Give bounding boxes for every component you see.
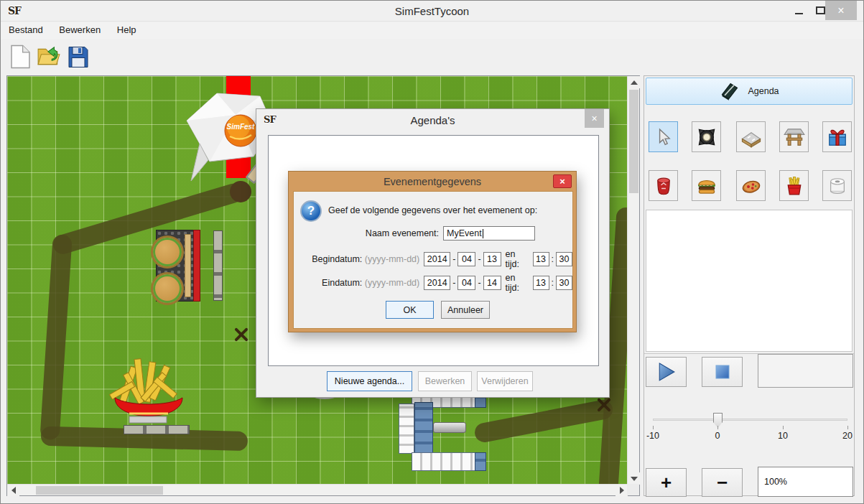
speed-slider-track[interactable] [653, 419, 847, 421]
gate-icon [784, 126, 805, 148]
map-vertical-scrollbar[interactable] [627, 76, 639, 485]
time-separator: : [552, 278, 554, 288]
stage-structure [389, 392, 490, 478]
end-year-input[interactable] [424, 276, 450, 290]
menu-bewerken[interactable]: Bewerken [53, 22, 106, 37]
minimize-button[interactable] [788, 1, 809, 20]
tool-path[interactable] [736, 121, 766, 152]
new-file-button[interactable] [6, 42, 34, 72]
delete-agenda-button[interactable]: Verwijderen [477, 371, 533, 391]
tool-toilet-paper[interactable] [822, 170, 852, 201]
end-day-input[interactable] [483, 276, 501, 290]
plus-icon: + [661, 472, 672, 494]
tool-spotlight[interactable] [692, 121, 721, 152]
date-format-hint: (yyyy-mm-dd) [365, 278, 419, 288]
end-hour-input[interactable] [533, 276, 549, 290]
close-icon: × [559, 176, 565, 187]
zoom-out-button[interactable]: − [702, 468, 743, 497]
stop-button[interactable] [702, 357, 743, 387]
agendas-dialog-close-button[interactable]: × [585, 109, 604, 128]
scroll-right-button[interactable] [616, 485, 628, 496]
agenda-list[interactable] [646, 210, 853, 352]
save-icon [68, 45, 89, 69]
scrollbar-corner [627, 484, 639, 495]
arrow-down-icon [631, 477, 638, 485]
bench [213, 230, 223, 301]
end-time-label: en tijd: [506, 273, 529, 293]
tent-logo-text: SimFest [227, 123, 256, 131]
slider-tick [783, 426, 784, 429]
agenda-book-icon [719, 81, 740, 101]
zoom-level-field[interactable]: 100% [758, 467, 853, 497]
event-name-label: Naam evenement: [294, 228, 439, 238]
agendas-dialog-title: Agenda's [256, 114, 609, 126]
start-month-input[interactable] [457, 252, 475, 266]
zoom-in-button[interactable]: + [646, 468, 687, 497]
agenda-button[interactable]: Agenda [646, 78, 853, 105]
tool-trash[interactable] [649, 170, 678, 201]
scroll-up-button[interactable] [628, 76, 640, 88]
bench [124, 425, 190, 434]
burger [151, 272, 184, 305]
start-minute-input[interactable] [556, 252, 572, 266]
scroll-left-button[interactable] [7, 485, 19, 496]
end-date-label: Eindatum: [322, 278, 362, 288]
text-caret [483, 229, 483, 238]
menu-bestand[interactable]: Bestand [3, 22, 49, 37]
tool-burger[interactable] [692, 170, 721, 201]
start-hour-input[interactable] [533, 252, 549, 266]
play-button[interactable] [646, 357, 687, 387]
tool-select[interactable] [649, 121, 678, 152]
slider-label-10: 10 [768, 431, 797, 441]
edit-agenda-button[interactable]: Bewerken [418, 371, 472, 391]
toilet-paper-icon [827, 175, 848, 197]
close-icon: × [591, 113, 597, 124]
burger [151, 235, 184, 269]
burger-icon [696, 175, 717, 197]
close-button[interactable]: × [825, 1, 857, 20]
date-separator: - [478, 254, 480, 264]
menu-help[interactable]: Help [111, 22, 142, 37]
stop-icon [714, 363, 731, 381]
close-icon: × [837, 4, 844, 17]
delete-agenda-label: Verwijderen [481, 376, 528, 386]
event-dialog-title: Evenementgegevens [289, 176, 576, 187]
map-horizontal-scrollbar[interactable] [7, 484, 628, 495]
new-file-icon [11, 45, 30, 69]
slider-tick [847, 426, 848, 429]
cancel-button[interactable]: Annuleer [441, 301, 490, 319]
start-day-input[interactable] [483, 252, 501, 266]
event-dialog-close-button[interactable]: × [553, 174, 572, 188]
question-icon: ? [300, 200, 322, 222]
save-button[interactable] [65, 42, 92, 72]
ok-button[interactable]: OK [386, 301, 434, 319]
tool-gate[interactable] [779, 121, 809, 152]
start-time-label: en tijd: [506, 249, 529, 269]
scroll-down-button[interactable] [628, 472, 640, 485]
event-name-input[interactable]: MyEvent [443, 226, 535, 241]
tool-gift[interactable] [822, 121, 852, 152]
new-agenda-button[interactable]: Nieuwe agenda... [327, 371, 412, 391]
end-minute-input[interactable] [556, 276, 572, 290]
horizontal-scroll-thumb[interactable] [36, 486, 163, 495]
barrier-x-marker [233, 326, 250, 343]
open-button[interactable] [35, 42, 62, 72]
date-separator: - [452, 278, 455, 288]
barrier-x-marker [595, 396, 613, 414]
event-dialog: Evenementgegevens × ? Geef de volgende g… [288, 171, 577, 332]
minus-icon: − [717, 472, 728, 494]
slider-label-max: 20 [833, 431, 862, 441]
open-folder-icon [37, 45, 61, 69]
arrow-up-icon [631, 77, 638, 85]
slider-label-min: -10 [638, 431, 667, 441]
time-separator: : [552, 254, 554, 264]
new-agenda-label: Nieuwe agenda... [335, 376, 404, 386]
end-month-input[interactable] [457, 276, 475, 290]
start-year-input[interactable] [424, 252, 450, 266]
right-panel: Agenda [644, 75, 855, 496]
menu-bar: Bestand Bewerken Help [1, 22, 863, 39]
arrow-left-icon [8, 487, 16, 494]
tool-fries[interactable] [779, 170, 809, 201]
tool-pizza[interactable] [736, 170, 766, 201]
vertical-scroll-thumb[interactable] [629, 90, 638, 193]
